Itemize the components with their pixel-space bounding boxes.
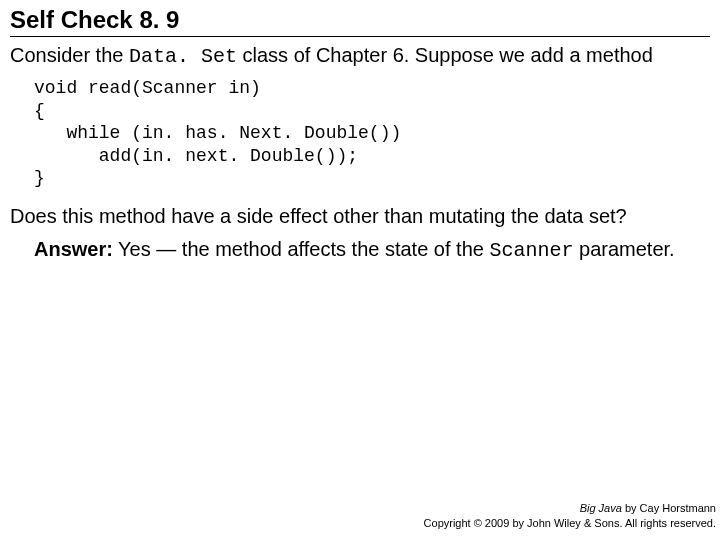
footer-line1: Big Java by Cay Horstmann — [424, 501, 716, 515]
intro-post: class of Chapter 6. Suppose we add a met… — [237, 44, 653, 66]
footer: Big Java by Cay Horstmann Copyright © 20… — [424, 501, 716, 530]
answer-text: Answer: Yes — the method affects the sta… — [34, 237, 710, 263]
intro-pre: Consider the — [10, 44, 129, 66]
footer-line2: Copyright © 2009 by John Wiley & Sons. A… — [424, 516, 716, 530]
intro-code: Data. Set — [129, 45, 237, 68]
code-block: void read(Scanner in) { while (in. has. … — [34, 77, 710, 190]
answer-label: Answer: — [34, 238, 113, 260]
intro-text: Consider the Data. Set class of Chapter … — [10, 43, 710, 69]
footer-book: Big Java — [580, 502, 622, 514]
answer-post: parameter. — [573, 238, 674, 260]
question-text: Does this method have a side effect othe… — [10, 204, 710, 229]
answer-code: Scanner — [489, 239, 573, 262]
footer-by: by Cay Horstmann — [622, 502, 716, 514]
title-rule — [10, 36, 710, 37]
slide-title: Self Check 8. 9 — [10, 6, 710, 36]
answer-pre: Yes — the method affects the state of th… — [113, 238, 490, 260]
